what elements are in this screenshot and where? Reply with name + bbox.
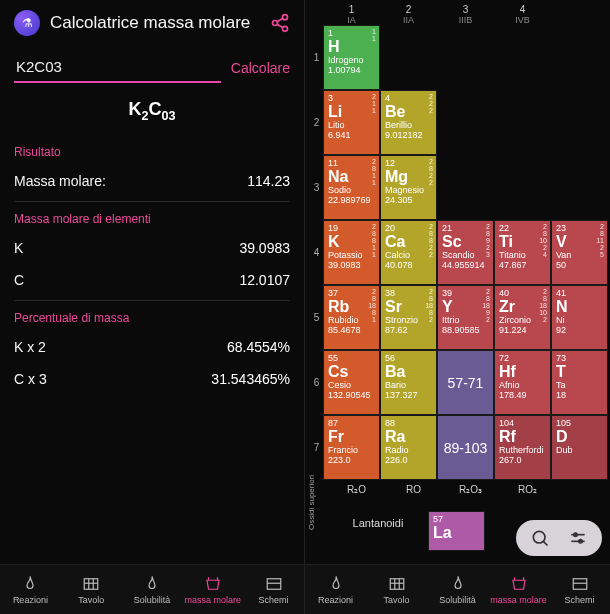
pt-element-Fr[interactable]: 87FrFrancio223.0 [323,415,380,480]
search-icon[interactable] [530,528,550,548]
row-name: K [14,240,23,256]
pt-row-number: 4 [310,220,323,285]
pt-row-1: 11HIdrogeno1.0079411 [310,25,610,90]
formula-input[interactable] [14,52,221,83]
pt-row-6: 655CsCesio132.9054556BaBario137.32757-71… [310,350,610,415]
pt-element-Sr[interactable]: 38SrStronzio87.62281882 [380,285,437,350]
schemi-icon [265,575,283,593]
reazioni-icon [327,575,345,593]
molar-mass-label: Massa molare: [14,173,106,189]
nav-schemi[interactable]: Schemi [549,565,610,614]
svg-point-2 [283,26,288,31]
tavolo-icon [388,575,406,593]
data-row: K x 268.4554% [0,331,304,363]
app-icon: ⚗ [14,10,40,36]
pt-element-T[interactable]: 73TTa18 [551,350,608,415]
pt-element-D[interactable]: 105DDub [551,415,608,480]
floating-toolbar [516,520,602,556]
nav-reazioni[interactable]: Reazioni [0,565,61,614]
nav-tavolo[interactable]: Tavolo [61,565,122,614]
row-value: 39.0983 [239,240,290,256]
oxide-side-label: Ossidi superiori [307,475,316,530]
massa-molare-icon [510,575,528,593]
pt-range-cell[interactable]: 89-103 [437,415,494,480]
bottom-nav: ReazioniTavoloSolubilitàmassa molareSche… [305,564,610,614]
pt-row-number: 2 [310,90,323,155]
reazioni-icon [21,575,39,593]
nav-label: Solubilità [439,595,476,605]
molar-mass-value: 114.23 [247,173,290,189]
pt-element-Rb[interactable]: 37RbRubidio85.4678281881 [323,285,380,350]
row-value: 68.4554% [227,339,290,355]
pt-element-Ra[interactable]: 88RaRadio226.0 [380,415,437,480]
nav-massa-molare[interactable]: massa molare [488,565,549,614]
pt-element-Rf[interactable]: 104RfRutherfordi267.0 [494,415,551,480]
pt-element-Y[interactable]: 39YIttrio88.90585281892 [437,285,494,350]
pt-element-Ti[interactable]: 22TiTitanio47.867281024 [494,220,551,285]
nav-solubilita[interactable]: Solubilità [122,565,183,614]
pt-element-Be[interactable]: 4BeBerillio9.012182222 [380,90,437,155]
formula-input-row: Calcolare [0,44,304,87]
calculate-button[interactable]: Calcolare [231,60,290,76]
nav-tavolo[interactable]: Tavolo [366,565,427,614]
row-value: 31.543465% [211,371,290,387]
pt-col-header: 1IA [323,4,380,25]
pt-element-Sc[interactable]: 21ScScandio44.95591428923 [437,220,494,285]
pt-element-Ba[interactable]: 56BaBario137.327 [380,350,437,415]
share-icon[interactable] [270,13,290,33]
svg-line-4 [277,24,283,28]
results-area: Risultato Massa molare: 114.23 Massa mol… [0,139,304,614]
pt-row-number: 3 [310,155,323,220]
nav-schemi[interactable]: Schemi [243,565,304,614]
formula-display: K2C03 [0,87,304,139]
svg-point-16 [579,540,582,543]
svg-point-1 [273,21,278,26]
molar-mass-calculator-pane: ⚗ Calcolatrice massa molare Calcolare K2… [0,0,305,614]
pt-element-K[interactable]: 19KPotassio39.098328811 [323,220,380,285]
periodic-table-pane: 1IA2IIA3IIIB4IVB Ossidi superiori 11HIdr… [305,0,610,614]
data-row: C x 331.543465% [0,363,304,395]
pt-row-5: 537RbRubidio85.467828188138SrStronzio87.… [310,285,610,350]
nav-reazioni[interactable]: Reazioni [305,565,366,614]
section-elements-label: Massa molare di elementi [0,206,304,232]
filter-icon[interactable] [568,528,588,548]
pt-row-number: 1 [310,25,323,90]
pt-row-number: 5 [310,285,323,350]
pt-element-Cs[interactable]: 55CsCesio132.90545 [323,350,380,415]
nav-massa-molare[interactable]: massa molare [182,565,243,614]
svg-line-12 [543,541,547,545]
section-percent-label: Percentuale di massa [0,305,304,331]
pt-row-3: 311NaSodio22.989769281112MgMagnesio24.30… [310,155,610,220]
pt-element-La[interactable]: 57La [428,511,485,551]
pt-element-Zr[interactable]: 40ZrZirconio91.2242818102 [494,285,551,350]
pt-column-headers: 1IA2IIA3IIIB4IVB [305,0,610,25]
svg-rect-17 [390,578,404,589]
pt-range-cell[interactable]: 57-71 [437,350,494,415]
oxide-cell: R₂O₃ [442,480,499,499]
nav-label: Reazioni [318,595,353,605]
svg-rect-5 [84,578,98,589]
row-name: C x 3 [14,371,47,387]
oxide-cell: R₂O [328,480,385,499]
pt-col-header: 4IVB [494,4,551,25]
oxide-row: R₂OROR₂O₃RO₂ [310,480,610,499]
pt-element-V[interactable]: 23VVan50281125 [551,220,608,285]
lanthanoid-label: Lantanoidi [328,511,428,551]
pt-row-number: 6 [310,350,323,415]
divider [14,201,290,202]
svg-point-15 [574,533,577,536]
pt-element-Ca[interactable]: 20CaCalcio40.07828822 [380,220,437,285]
pt-element-Na[interactable]: 11NaSodio22.9897692811 [323,155,380,220]
nav-solubilita[interactable]: Solubilità [427,565,488,614]
divider [14,300,290,301]
row-value: 12.0107 [239,272,290,288]
pt-row-4: 419KPotassio39.09832881120CaCalcio40.078… [310,220,610,285]
bottom-nav: ReazioniTavoloSolubilitàmassa molareSche… [0,564,304,614]
pt-element-Mg[interactable]: 12MgMagnesio24.3052822 [380,155,437,220]
pt-element-Hf[interactable]: 72HfAfnio178.49 [494,350,551,415]
pt-element-N[interactable]: 41NNi92 [551,285,608,350]
tavolo-icon [82,575,100,593]
pt-element-Li[interactable]: 3LiLitio6.941211 [323,90,380,155]
pt-element-H[interactable]: 1HIdrogeno1.0079411 [323,25,380,90]
page-title: Calcolatrice massa molare [50,13,260,33]
